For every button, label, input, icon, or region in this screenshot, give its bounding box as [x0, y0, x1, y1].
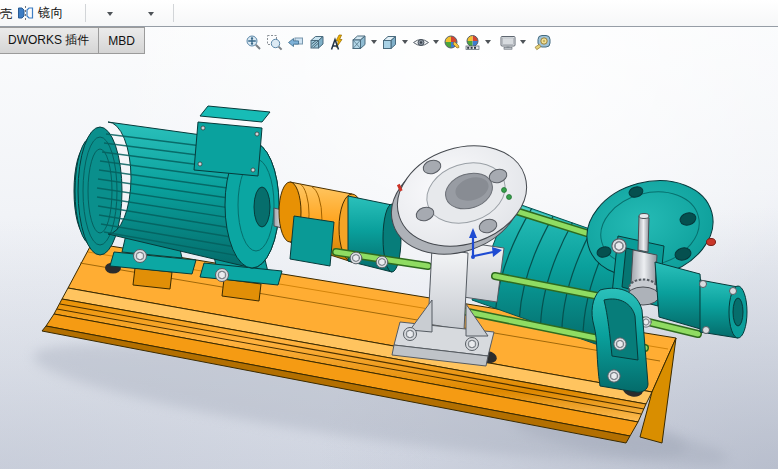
monitor-icon	[499, 34, 517, 51]
zoom-to-area-button[interactable]	[264, 31, 285, 53]
mirror-button[interactable]: 镜向	[16, 2, 63, 24]
previous-view-button[interactable]	[285, 31, 306, 53]
zoom-to-fit-icon	[245, 34, 262, 51]
eye-icon	[412, 34, 430, 51]
zoom-to-area-icon	[266, 34, 283, 51]
zoom-to-fit-button[interactable]	[243, 31, 264, 53]
display-style-icon	[381, 34, 398, 51]
apply-scene-button[interactable]	[462, 31, 483, 53]
display-style-button[interactable]	[379, 31, 400, 53]
chevron-down-icon	[485, 40, 491, 44]
chevron-down-icon	[371, 40, 377, 44]
chevron-down-icon	[520, 40, 526, 44]
ribbon-dropdown-1[interactable]	[99, 4, 121, 23]
model-canvas[interactable]	[0, 0, 778, 469]
display-style-caret[interactable]	[400, 31, 410, 53]
previous-view-icon	[287, 34, 304, 51]
mirror-icon	[16, 5, 35, 21]
tab-solidworks-addins[interactable]: DWORKS 插件	[0, 27, 99, 54]
chevron-down-icon	[402, 40, 408, 44]
view-settings-caret[interactable]	[518, 31, 528, 53]
headsup-toolbar	[243, 31, 553, 53]
measure-icon	[534, 33, 552, 51]
edit-appearance-icon	[443, 34, 460, 51]
view-settings-button[interactable]	[497, 31, 518, 53]
pump-foot[interactable]	[592, 288, 648, 392]
tab-mbd[interactable]: MBD	[98, 27, 145, 54]
hide-show-items-caret[interactable]	[431, 31, 441, 53]
view-orientation-button[interactable]	[348, 31, 369, 53]
annotation-view-icon	[329, 34, 346, 51]
chevron-down-icon	[107, 12, 113, 16]
mirror-label: 镜向	[38, 5, 63, 22]
shell-button[interactable]: 壳	[0, 6, 13, 23]
hide-show-items-button[interactable]	[410, 31, 431, 53]
ribbon: 壳 镜向	[0, 0, 778, 27]
section-view-icon	[308, 34, 325, 51]
apply-scene-icon	[464, 34, 481, 51]
chevron-down-icon	[148, 12, 154, 16]
ribbon-separator	[173, 4, 174, 22]
commandmanager-tabs: DWORKS 插件 MBD	[0, 27, 145, 54]
annotation-view-button[interactable]	[327, 31, 348, 53]
apply-scene-caret[interactable]	[483, 31, 493, 53]
solidworks-window: 壳 镜向 DWORKS 插件 MBD	[0, 0, 778, 469]
view-orientation-icon	[350, 34, 367, 51]
measure-button[interactable]	[532, 31, 553, 53]
ribbon-separator	[85, 4, 86, 22]
ribbon-dropdown-2[interactable]	[140, 4, 162, 23]
edit-appearance-button[interactable]	[441, 31, 462, 53]
view-orientation-caret[interactable]	[369, 31, 379, 53]
section-view-button[interactable]	[306, 31, 327, 53]
chevron-down-icon	[433, 40, 439, 44]
motor-junction-box[interactable]	[194, 106, 270, 176]
